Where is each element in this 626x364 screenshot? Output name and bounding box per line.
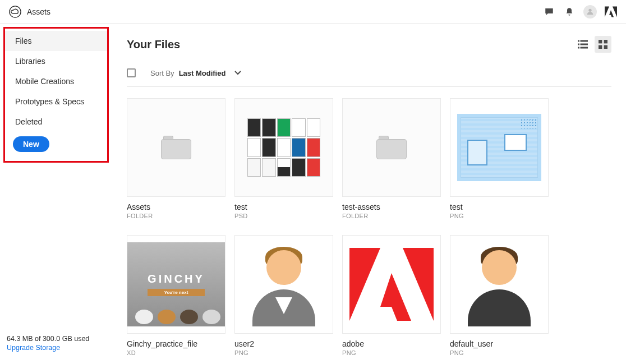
chat-icon[interactable] bbox=[543, 6, 555, 18]
xd-thumbnail: GINCHYYou're next bbox=[127, 242, 225, 326]
file-name: default_user bbox=[450, 339, 549, 348]
sidebar: Files Libraries Mobile Creations Prototy… bbox=[0, 24, 112, 364]
user-avatar-thumbnail bbox=[466, 242, 533, 326]
svg-rect-5 bbox=[578, 40, 579, 42]
storage-usage-text: 64.3 MB of 300.0 GB used bbox=[7, 335, 105, 343]
file-type: PSD bbox=[234, 213, 333, 219]
new-button[interactable]: New bbox=[13, 136, 49, 152]
svg-rect-12 bbox=[604, 40, 607, 43]
file-type: PNG bbox=[450, 213, 549, 219]
file-grid: Assets FOLDER test PSD test-assets FOLDE… bbox=[127, 98, 611, 356]
svg-marker-2 bbox=[605, 6, 609, 17]
overlay-title: GINCHY bbox=[148, 273, 205, 285]
psd-thumbnail bbox=[247, 118, 320, 177]
adobe-logo-icon[interactable] bbox=[605, 6, 617, 18]
file-name: Assets bbox=[127, 202, 225, 211]
grid-view-button[interactable] bbox=[595, 36, 611, 53]
file-card-test-psd[interactable]: test PSD bbox=[234, 98, 333, 219]
notifications-icon[interactable] bbox=[563, 6, 576, 18]
file-name: adobe bbox=[342, 339, 441, 348]
svg-marker-17 bbox=[380, 273, 411, 321]
file-card-test-png[interactable]: test PNG bbox=[450, 98, 549, 219]
folder-icon bbox=[376, 136, 407, 159]
file-type: FOLDER bbox=[342, 213, 441, 219]
illustration-thumbnail bbox=[457, 114, 541, 181]
overlay-subtitle: You're next bbox=[148, 289, 205, 296]
adobe-logo-thumbnail bbox=[349, 248, 434, 321]
sidebar-item-prototypes-specs[interactable]: Prototypes & Specs bbox=[5, 91, 107, 112]
select-all-checkbox[interactable] bbox=[127, 68, 136, 77]
svg-rect-13 bbox=[599, 45, 602, 49]
user-avatar-icon[interactable] bbox=[583, 5, 597, 19]
sort-by-dropdown[interactable]: Last Modified bbox=[179, 69, 242, 77]
svg-rect-6 bbox=[581, 40, 588, 42]
svg-rect-8 bbox=[581, 44, 588, 45]
file-card-test-assets-folder[interactable]: test-assets FOLDER bbox=[342, 98, 441, 219]
file-type: PNG bbox=[342, 349, 441, 356]
svg-rect-11 bbox=[599, 40, 602, 43]
creative-cloud-icon bbox=[9, 6, 21, 18]
folder-icon bbox=[161, 136, 191, 159]
file-type: FOLDER bbox=[127, 213, 225, 219]
svg-rect-7 bbox=[578, 44, 579, 45]
file-card-ginchy-xd[interactable]: GINCHYYou're next Ginchy_practice_file X… bbox=[127, 235, 225, 356]
app-title: Assets bbox=[27, 7, 50, 16]
file-type: XD bbox=[127, 349, 225, 356]
sort-by-label: Sort By bbox=[150, 69, 174, 77]
chevron-down-icon bbox=[234, 71, 241, 75]
file-type: PNG bbox=[450, 349, 549, 356]
sidebar-item-mobile-creations[interactable]: Mobile Creations bbox=[5, 71, 107, 91]
file-name: test bbox=[450, 202, 549, 211]
svg-rect-10 bbox=[581, 47, 588, 49]
sort-by-value: Last Modified bbox=[179, 69, 226, 77]
top-bar: Assets bbox=[0, 0, 626, 24]
file-name: test bbox=[234, 202, 333, 211]
svg-point-1 bbox=[588, 8, 591, 11]
sidebar-highlight-box: Files Libraries Mobile Creations Prototy… bbox=[3, 27, 109, 163]
list-view-button[interactable] bbox=[574, 36, 591, 53]
svg-marker-16 bbox=[403, 248, 434, 321]
user-avatar-thumbnail bbox=[250, 242, 317, 326]
upgrade-storage-link[interactable]: Upgrade Storage bbox=[7, 344, 105, 352]
svg-marker-3 bbox=[613, 6, 617, 17]
svg-marker-4 bbox=[609, 10, 614, 17]
sidebar-item-libraries[interactable]: Libraries bbox=[5, 51, 107, 71]
file-card-default-user-png[interactable]: default_user PNG bbox=[450, 235, 549, 356]
svg-rect-9 bbox=[578, 47, 579, 49]
file-card-assets-folder[interactable]: Assets FOLDER bbox=[127, 98, 225, 219]
page-title: Your Files bbox=[127, 38, 180, 51]
svg-rect-14 bbox=[604, 45, 607, 49]
sidebar-item-deleted[interactable]: Deleted bbox=[5, 112, 107, 132]
svg-marker-15 bbox=[349, 248, 380, 321]
main-content: Your Files Sort By Last Modified Assets … bbox=[112, 24, 626, 364]
file-card-adobe-png[interactable]: adobe PNG bbox=[342, 235, 441, 356]
file-type: PNG bbox=[234, 349, 333, 356]
file-name: test-assets bbox=[342, 202, 441, 211]
sidebar-item-files[interactable]: Files bbox=[5, 31, 107, 51]
file-name: Ginchy_practice_file bbox=[127, 339, 225, 348]
file-card-user2-png[interactable]: user2 PNG bbox=[234, 235, 333, 356]
file-name: user2 bbox=[234, 339, 333, 348]
